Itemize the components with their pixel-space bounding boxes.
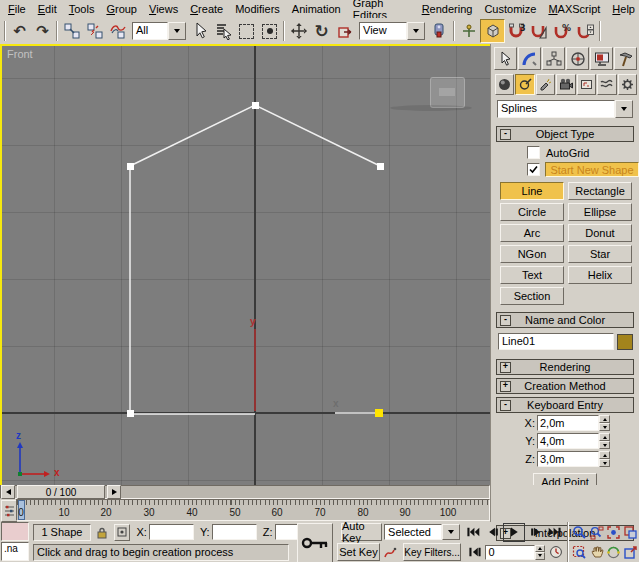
snap-3d-icon[interactable]: 3 — [505, 20, 528, 42]
time-slider-right-arrow[interactable] — [107, 485, 121, 499]
region-zoom-icon[interactable] — [571, 544, 588, 561]
angle-snap-icon[interactable] — [528, 20, 551, 42]
object-name-input[interactable]: Line01 — [498, 333, 614, 350]
time-slider-track[interactable]: 0 / 100 — [0, 485, 490, 499]
front-viewport[interactable]: Front y x z x — [2, 46, 490, 487]
selection-filter-dropdown[interactable]: All — [132, 22, 186, 40]
menu-animation[interactable]: Animation — [286, 2, 347, 17]
tab-create[interactable] — [494, 47, 517, 70]
rollout-keyboard-entry[interactable]: - Keyboard Entry — [496, 397, 634, 413]
category-cameras-icon[interactable] — [556, 74, 575, 95]
menu-file[interactable]: File — [2, 2, 32, 17]
category-helpers-icon[interactable] — [577, 74, 596, 95]
min-max-toggle-icon[interactable] — [622, 544, 639, 561]
select-and-scale-icon[interactable] — [333, 20, 356, 42]
select-object-icon[interactable] — [189, 20, 212, 42]
current-frame-input[interactable]: 0 — [485, 545, 534, 560]
open-mini-curve-editor-button[interactable] — [1, 500, 17, 522]
previous-frame-icon[interactable] — [483, 524, 503, 541]
rectangular-selection-icon[interactable] — [235, 20, 258, 42]
tab-display[interactable] — [590, 47, 613, 70]
zoom-icon[interactable] — [571, 524, 588, 541]
play-animation-icon[interactable] — [503, 523, 525, 542]
donut-button[interactable]: Donut — [568, 224, 632, 242]
category-geometry-icon[interactable] — [495, 74, 514, 95]
spline-type-dropdown[interactable]: Splines — [497, 100, 633, 118]
star-button[interactable]: Star — [568, 245, 632, 263]
set-key-button[interactable]: Set Key — [337, 543, 380, 561]
ngon-button[interactable]: NGon — [500, 245, 564, 263]
menu-views[interactable]: Views — [143, 2, 184, 17]
start-new-shape-checkbox[interactable] — [527, 163, 540, 176]
key-selection-dropdown[interactable]: Selected — [384, 524, 460, 540]
zoom-extents-icon[interactable] — [605, 524, 622, 541]
rollout-expand-icon[interactable]: + — [500, 362, 511, 373]
y-coordinate-input[interactable]: 4,0m — [537, 433, 599, 449]
key-filters-button[interactable]: Key Filters... — [403, 543, 462, 561]
arc-rotate-icon[interactable] — [605, 544, 622, 561]
menu-group[interactable]: Group — [100, 2, 143, 17]
transform-y-input[interactable] — [212, 524, 257, 540]
dropdown-arrow-icon[interactable] — [168, 22, 186, 40]
arc-button[interactable]: Arc — [500, 224, 564, 242]
autogrid-checkbox[interactable] — [527, 146, 540, 159]
menu-tools[interactable]: Tools — [63, 2, 101, 17]
absolute-offset-toggle-icon[interactable] — [114, 524, 131, 541]
key-mode-toggle-icon[interactable] — [465, 544, 485, 561]
x-spinner[interactable] — [599, 415, 610, 431]
tab-hierarchy[interactable] — [542, 47, 565, 70]
menu-maxscript[interactable]: MAXScript — [542, 2, 606, 17]
tab-modify[interactable] — [518, 47, 541, 70]
snaps-toggle-icon[interactable] — [480, 19, 505, 43]
time-slider-left-arrow[interactable] — [1, 485, 15, 499]
helix-button[interactable]: Helix — [568, 266, 632, 284]
select-and-link-icon[interactable] — [60, 20, 83, 42]
spinner-snap-icon[interactable] — [574, 20, 597, 42]
menu-create[interactable]: Create — [184, 2, 229, 17]
dropdown-arrow-icon[interactable] — [615, 100, 633, 118]
tab-motion[interactable] — [566, 47, 589, 70]
rollout-collapse-icon[interactable]: - — [500, 400, 511, 411]
line-button[interactable]: Line — [500, 182, 564, 200]
category-shapes-icon[interactable] — [515, 74, 534, 95]
rollout-object-type[interactable]: - Object Type — [496, 126, 634, 142]
dropdown-arrow-icon[interactable] — [442, 524, 460, 540]
next-frame-icon[interactable] — [525, 524, 545, 541]
pan-hand-icon[interactable] — [588, 544, 605, 561]
z-coordinate-input[interactable]: 3,0m — [537, 451, 599, 467]
rollout-creation-method[interactable]: + Creation Method — [496, 378, 634, 394]
menu-edit[interactable]: Edit — [32, 2, 63, 17]
reference-coordinate-dropdown[interactable]: View — [359, 22, 425, 40]
transform-x-input[interactable] — [149, 524, 194, 540]
category-lights-icon[interactable] — [536, 74, 555, 95]
zoom-extents-all-icon[interactable] — [622, 524, 639, 541]
select-and-manipulate-icon[interactable] — [457, 20, 480, 42]
section-button[interactable]: Section — [500, 287, 564, 305]
bind-to-space-warp-icon[interactable] — [106, 20, 129, 42]
percent-snap-icon[interactable]: % — [551, 20, 574, 42]
object-color-swatch[interactable] — [617, 334, 633, 350]
tab-utilities[interactable] — [614, 47, 637, 70]
rollout-expand-icon[interactable]: + — [500, 381, 511, 392]
go-to-start-icon[interactable] — [463, 524, 483, 541]
select-and-move-icon[interactable] — [287, 20, 310, 42]
ellipse-button[interactable]: Ellipse — [568, 203, 632, 221]
time-slider-handle[interactable]: 0 / 100 — [17, 485, 105, 499]
use-pivot-center-icon[interactable] — [428, 20, 451, 42]
x-coordinate-input[interactable]: 2,0m — [537, 415, 599, 431]
select-and-rotate-icon[interactable]: ↻ — [310, 20, 333, 42]
menu-modifiers[interactable]: Modifiers — [229, 2, 286, 17]
menu-help[interactable]: Help — [606, 2, 639, 17]
category-space-warps-icon[interactable] — [597, 74, 616, 95]
z-spinner[interactable] — [599, 451, 610, 467]
text-button[interactable]: Text — [500, 266, 564, 284]
time-configuration-icon[interactable] — [547, 544, 565, 561]
menu-rendering[interactable]: Rendering — [416, 2, 479, 17]
rectangle-button[interactable]: Rectangle — [568, 182, 632, 200]
frame-spinner[interactable] — [535, 545, 546, 560]
viewport-label[interactable]: Front — [7, 48, 33, 60]
y-spinner[interactable] — [599, 433, 610, 449]
selection-lock-icon[interactable] — [94, 524, 111, 541]
rollout-collapse-icon[interactable]: - — [500, 315, 511, 326]
rollout-name-and-color[interactable]: - Name and Color — [496, 312, 634, 328]
